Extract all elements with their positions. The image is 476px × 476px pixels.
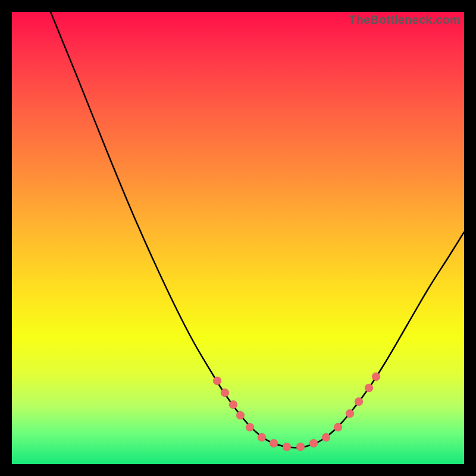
watermark-text: TheBottleneck.com	[349, 13, 461, 27]
heat-gradient-background	[12, 12, 464, 464]
chart-frame: TheBottleneck.com	[12, 12, 464, 464]
